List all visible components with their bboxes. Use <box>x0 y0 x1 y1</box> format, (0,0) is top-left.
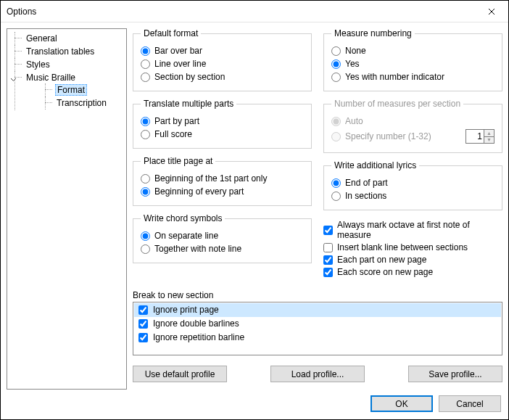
check-part-new-page[interactable]: Each part on new page <box>323 255 502 265</box>
list-item[interactable]: Ignore repetition barline <box>134 331 501 345</box>
tree-item-translation-tables[interactable]: Translation tables <box>7 45 126 58</box>
radio-mn-yes[interactable]: Yes <box>331 59 494 69</box>
radio-first-part-only[interactable]: Beginning of the 1st part only <box>141 173 304 184</box>
tree-item-styles[interactable]: Styles <box>7 58 126 71</box>
spinner-down-icon[interactable]: ▼ <box>484 137 494 144</box>
default-format-group: Default format Bar over bar Line over li… <box>133 28 312 91</box>
save-profile-button[interactable]: Save profile... <box>408 366 502 382</box>
check-mark-octave[interactable]: Always mark octave at first note of meas… <box>323 220 502 240</box>
title-page-group: Place title page at Beginning of the 1st… <box>133 156 312 206</box>
options-dialog: Options General Translation tables Style… <box>0 0 509 420</box>
category-tree[interactable]: General Translation tables Styles Music … <box>7 28 127 390</box>
radio-bar-over-bar[interactable]: Bar over bar <box>141 46 304 56</box>
radio-full-score[interactable]: Full score <box>141 129 304 139</box>
window-title: Options <box>7 7 36 17</box>
radio-part-by-part[interactable]: Part by part <box>141 116 304 126</box>
tree-item-general[interactable]: General <box>7 32 126 45</box>
radio-end-of-part[interactable]: End of part <box>331 178 494 188</box>
check-blank-line[interactable]: Insert blank line between sections <box>323 242 502 252</box>
load-profile-button[interactable]: Load profile... <box>270 366 365 382</box>
use-default-profile-button[interactable]: Use default profile <box>133 366 227 382</box>
radio-in-sections[interactable]: In sections <box>331 191 494 201</box>
close-button[interactable] <box>475 1 508 22</box>
tree-item-format[interactable]: Format <box>38 83 126 96</box>
measures-per-section-group: Number of measures per section Auto Spec… <box>323 99 502 153</box>
radio-mn-yes-indicator[interactable]: Yes with number indicator <box>331 72 494 82</box>
close-icon <box>488 8 495 15</box>
tree-item-music-braille[interactable]: Music Braille Format Transcription <box>7 71 126 110</box>
chevron-down-icon[interactable] <box>10 74 17 81</box>
radio-line-over-line[interactable]: Line over line <box>141 59 304 69</box>
ok-button[interactable]: OK <box>371 395 433 412</box>
tree-item-transcription[interactable]: Transcription <box>38 96 126 110</box>
dialog-footer: OK Cancel <box>1 390 508 419</box>
measures-input[interactable] <box>466 130 484 143</box>
measures-spinner[interactable]: ▲ ▼ <box>465 129 494 144</box>
measure-numbering-group: Measure numbering None Yes Yes with numb… <box>323 28 502 91</box>
list-item[interactable]: Ignore print page <box>134 303 501 317</box>
misc-checks: Always mark octave at first note of meas… <box>323 218 502 279</box>
titlebar: Options <box>1 1 508 22</box>
cancel-button[interactable]: Cancel <box>439 395 501 412</box>
radio-separate-line[interactable]: On separate line <box>141 231 304 241</box>
radio-specify-number: Specify number (1-32) <box>331 131 431 141</box>
radio-every-part[interactable]: Beginning of every part <box>141 186 304 197</box>
spinner-up-icon[interactable]: ▲ <box>484 130 494 137</box>
break-section-group: Break to new section Ignore print page I… <box>133 289 502 355</box>
chord-symbols-group: Write chord symbols On separate line Tog… <box>133 213 312 263</box>
translate-parts-group: Translate multiple parts Part by part Fu… <box>133 99 312 149</box>
radio-section-by-section[interactable]: Section by section <box>141 72 304 82</box>
profile-buttons: Use default profile Load profile... Save… <box>133 366 502 382</box>
break-section-list[interactable]: Ignore print page Ignore double barlines… <box>133 302 502 355</box>
check-score-new-page[interactable]: Each score on new page <box>323 267 502 277</box>
radio-mn-none[interactable]: None <box>331 46 494 56</box>
additional-lyrics-group: Write additional lyrics End of part In s… <box>323 160 502 210</box>
list-item[interactable]: Ignore double barlines <box>134 317 501 331</box>
radio-with-note-line[interactable]: Together with note line <box>141 244 304 254</box>
radio-auto: Auto <box>331 116 494 126</box>
content-panel: Default format Bar over bar Line over li… <box>133 28 502 390</box>
